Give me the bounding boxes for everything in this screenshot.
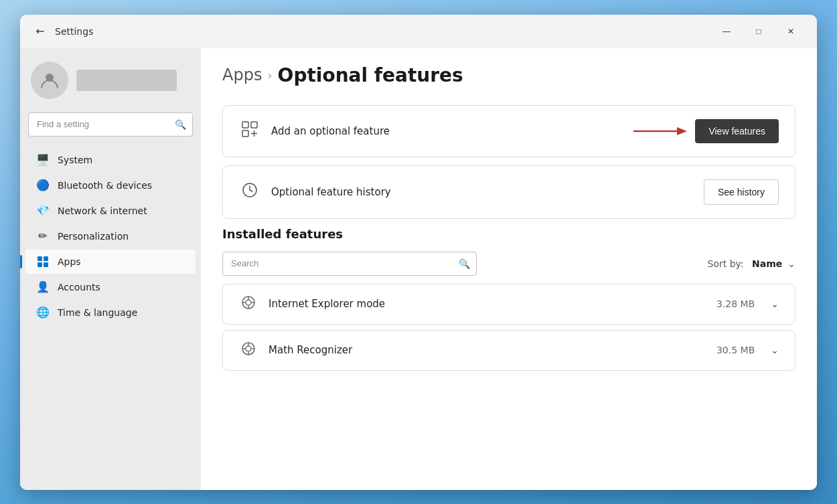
add-feature-icon	[239, 121, 260, 141]
svg-point-20	[246, 346, 251, 351]
apps-icon	[36, 255, 50, 268]
maximize-button[interactable]: □	[743, 21, 774, 42]
personalization-icon: ✏️	[36, 230, 50, 243]
feature-item-math[interactable]: Math Recognizer 30.5 MB ⌄	[222, 330, 795, 371]
apps-label: Apps	[58, 256, 81, 267]
svg-rect-7	[242, 131, 248, 137]
window-title: Settings	[55, 26, 93, 37]
feature-item-ie[interactable]: Internet Explorer mode 3.28 MB ⌄	[222, 284, 795, 325]
network-label: Network & internet	[58, 205, 147, 216]
red-arrow-icon	[633, 124, 687, 138]
see-history-button[interactable]: See history	[704, 179, 779, 205]
svg-rect-1	[37, 256, 42, 261]
content-area: Apps › Optional features Add an optional…	[201, 48, 817, 490]
minimize-button[interactable]: —	[711, 21, 742, 42]
breadcrumb: Apps › Optional features	[222, 64, 795, 86]
sidebar-item-time[interactable]: 🌐 Time & language	[25, 301, 196, 325]
accounts-icon: 👤	[36, 280, 50, 294]
math-size: 30.5 MB	[716, 345, 755, 355]
installed-features-section: Installed features 🔍 Sort by: Name ⌄	[222, 227, 795, 371]
arrow-container: View features	[633, 119, 779, 143]
ie-expand-icon[interactable]: ⌄	[771, 299, 779, 309]
svg-rect-2	[44, 256, 48, 261]
titlebar: ← Settings — □ ✕	[20, 15, 817, 48]
math-expand-icon[interactable]: ⌄	[771, 345, 779, 355]
sort-value: Name	[752, 258, 782, 269]
sidebar-item-network[interactable]: 💎 Network & internet	[25, 199, 196, 223]
feature-history-card: Optional feature history See history	[222, 165, 795, 219]
sidebar: 🔍 🖥️ System 🔵 Bluetooth & devices 💎 Netw…	[20, 48, 201, 490]
time-label: Time & language	[58, 307, 137, 318]
settings-window: ← Settings — □ ✕ 🔍	[20, 15, 817, 490]
sidebar-item-personalization[interactable]: ✏️ Personalization	[25, 224, 196, 248]
svg-marker-11	[677, 127, 687, 135]
personalization-label: Personalization	[58, 231, 129, 242]
close-button[interactable]: ✕	[775, 21, 806, 42]
svg-rect-5	[242, 122, 248, 128]
history-icon	[239, 182, 260, 201]
svg-rect-4	[44, 262, 48, 267]
accounts-label: Accounts	[58, 282, 100, 292]
sidebar-search-input[interactable]	[28, 112, 193, 137]
page-title: Optional features	[278, 64, 463, 86]
back-button[interactable]: ←	[31, 22, 50, 41]
main-layout: 🔍 🖥️ System 🔵 Bluetooth & devices 💎 Netw…	[20, 48, 817, 490]
sidebar-item-system[interactable]: 🖥️ System	[25, 148, 196, 172]
window-controls: — □ ✕	[711, 21, 806, 42]
installed-search-input[interactable]	[222, 252, 477, 276]
ie-name: Internet Explorer mode	[269, 298, 706, 310]
sidebar-item-bluetooth[interactable]: 🔵 Bluetooth & devices	[25, 173, 196, 197]
svg-point-14	[246, 300, 251, 305]
installed-title: Installed features	[222, 227, 795, 241]
system-label: System	[58, 155, 92, 165]
sidebar-search-container: 🔍	[28, 112, 193, 137]
sidebar-item-apps[interactable]: Apps	[25, 250, 196, 274]
user-name-placeholder	[76, 70, 177, 91]
svg-rect-3	[37, 262, 42, 267]
sort-chevron-icon: ⌄	[787, 258, 795, 269]
add-feature-label: Add an optional feature	[271, 125, 623, 137]
avatar	[31, 62, 68, 99]
system-icon: 🖥️	[36, 153, 50, 167]
network-icon: 💎	[36, 204, 50, 218]
history-label: Optional feature history	[271, 186, 693, 198]
bluetooth-label: Bluetooth & devices	[58, 180, 152, 191]
time-icon: 🌐	[36, 306, 50, 319]
installed-search-row: 🔍 Sort by: Name ⌄	[222, 252, 795, 276]
sort-label: Sort by:	[708, 258, 744, 269]
add-feature-card: Add an optional feature View features	[222, 105, 795, 157]
breadcrumb-separator: ›	[267, 68, 272, 82]
math-icon	[239, 341, 258, 359]
sort-control[interactable]: Sort by: Name ⌄	[708, 258, 795, 269]
svg-rect-6	[251, 122, 257, 128]
sidebar-item-accounts[interactable]: 👤 Accounts	[25, 275, 196, 299]
view-features-button[interactable]: View features	[695, 119, 779, 143]
math-name: Math Recognizer	[269, 344, 706, 356]
bluetooth-icon: 🔵	[36, 179, 50, 192]
profile-section	[20, 56, 201, 112]
ie-icon	[239, 295, 258, 313]
installed-search-container: 🔍	[222, 252, 477, 276]
breadcrumb-parent[interactable]: Apps	[222, 66, 262, 84]
ie-size: 3.28 MB	[716, 299, 755, 309]
